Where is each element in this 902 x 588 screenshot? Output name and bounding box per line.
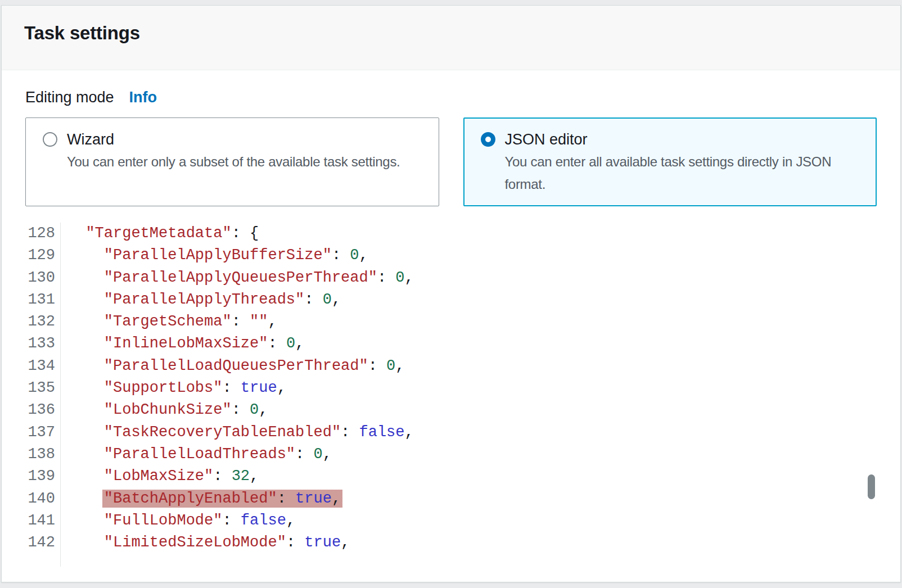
radio-button-unselected-icon[interactable] [43,132,57,147]
code-line: 132 "TargetSchema": "", [25,311,877,333]
line-number: 136 [25,399,61,421]
code-line-stub [25,554,877,567]
line-number: 138 [25,444,61,465]
line-number: 128 [25,223,61,245]
code-line: 131 "ParallelApplyThreads": 0, [25,289,877,311]
line-number: 131 [25,289,61,311]
editing-mode-option-wizard[interactable]: Wizard You can enter only a subset of th… [25,117,439,206]
code-line: 140 "BatchApplyEnabled": true, [25,488,877,510]
line-number: 130 [25,267,61,289]
info-link[interactable]: Info [129,89,157,106]
line-number: 142 [25,532,61,554]
editing-mode-options: Wizard You can enter only a subset of th… [25,117,877,206]
code-text: "InlineLobMaxSize": 0, [61,333,304,355]
editing-mode-option-json-editor[interactable]: JSON editor You can enter all available … [463,117,877,206]
line-number: 132 [25,311,61,333]
panel-title: Task settings [24,22,878,44]
code-text: "TargetMetadata": { [61,223,259,245]
code-line: 139 "LobMaxSize": 32, [25,465,877,487]
line-number: 135 [25,377,61,399]
line-number: 140 [25,488,61,510]
code-text: "LobChunkSize": 0, [61,399,268,421]
code-text: "LimitedSizeLobMode": true, [61,532,350,554]
code-text: "TargetSchema": "", [61,311,277,333]
radio-button-selected-icon[interactable] [481,132,495,147]
code-lines: 128 "TargetMetadata": {129 "ParallelAppl… [25,223,877,567]
line-number: 141 [25,510,61,532]
code-text: "ParallelApplyQueuesPerThread": 0, [61,267,414,289]
code-text: "TaskRecoveryTableEnabled": false, [61,422,414,444]
panel-content: Editing modeInfo Wizard You can enter on… [2,70,900,567]
code-text: "ParallelLoadQueuesPerThread": 0, [61,355,405,377]
code-text: "ParallelApplyBufferSize": 0, [61,245,368,266]
code-text: "ParallelApplyThreads": 0, [61,289,341,311]
task-settings-panel: Task settings Editing modeInfo Wizard Yo… [1,5,901,582]
editing-mode-field: Editing modeInfo [25,70,877,107]
code-line: 135 "SupportLobs": true, [25,377,877,399]
json-code-editor[interactable]: 128 "TargetMetadata": {129 "ParallelAppl… [25,223,877,567]
code-text: "BatchApplyEnabled": true, [61,488,341,510]
code-text: "ParallelLoadThreads": 0, [61,444,332,465]
editing-mode-label: Editing mode [25,89,114,106]
scrollbar-thumb[interactable] [868,474,875,499]
code-line: 142 "LimitedSizeLobMode": true, [25,532,877,554]
option-label: Wizard [67,129,400,150]
code-line: 133 "InlineLobMaxSize": 0, [25,333,877,355]
code-line: 128 "TargetMetadata": { [25,223,877,245]
code-line: 137 "TaskRecoveryTableEnabled": false, [25,422,877,444]
code-text: "LobMaxSize": 32, [61,465,259,487]
option-label: JSON editor [505,129,832,150]
line-number: 139 [25,465,61,487]
code-text: "FullLobMode": false, [61,510,295,532]
line-number: 134 [25,355,61,377]
code-line: 138 "ParallelLoadThreads": 0, [25,444,877,465]
code-line: 136 "LobChunkSize": 0, [25,399,877,421]
line-number: 129 [25,245,61,266]
code-line: 129 "ParallelApplyBufferSize": 0, [25,245,877,266]
line-number: 133 [25,333,61,355]
option-description: You can enter all available task setting… [505,151,832,196]
code-line: 134 "ParallelLoadQueuesPerThread": 0, [25,355,877,377]
code-text: "SupportLobs": true, [61,377,286,399]
code-line: 130 "ParallelApplyQueuesPerThread": 0, [25,267,877,289]
option-description: You can enter only a subset of the avail… [67,151,400,173]
highlighted-code: "BatchApplyEnabled": true, [102,490,342,508]
line-number: 137 [25,422,61,444]
code-line: 141 "FullLobMode": false, [25,510,877,532]
panel-header: Task settings [2,6,900,70]
